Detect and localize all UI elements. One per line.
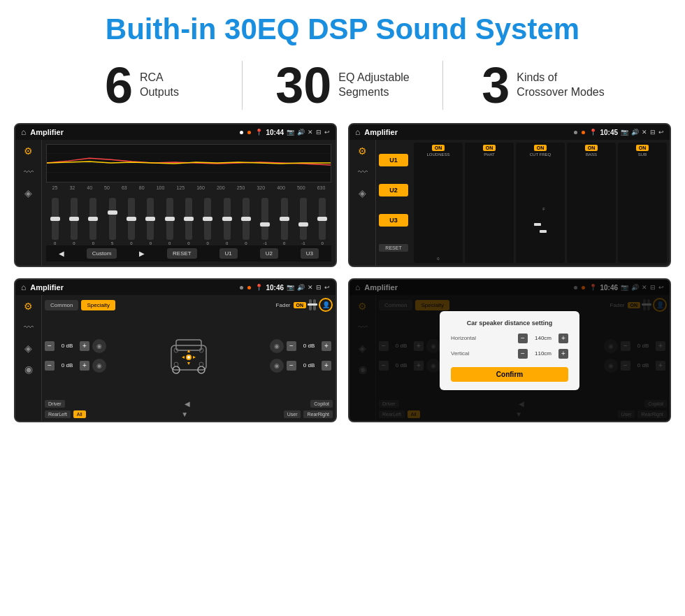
db4-plus[interactable]: + (322, 361, 331, 371)
eq-slider-15[interactable]: 0 (319, 198, 326, 245)
sidebar-wave-icon[interactable]: 〰 (24, 166, 34, 178)
eq-slider-2[interactable]: 0 (71, 198, 78, 245)
horizontal-minus-button[interactable]: − (518, 334, 528, 343)
db4-minus[interactable]: − (287, 361, 296, 371)
minimize-icon-2[interactable]: ⊟ (650, 129, 656, 136)
amp-channels: ON LOUDNESS 0 ON PHAT (411, 140, 670, 266)
eq-slider-14[interactable]: -1 (300, 198, 307, 245)
rearleft-button[interactable]: RearLeft (45, 410, 71, 418)
minimize-icon-1[interactable]: ⊟ (316, 129, 322, 136)
eq-slider-10[interactable]: 0 (224, 198, 231, 245)
home-icon-2[interactable]: ⌂ (355, 127, 360, 137)
status-dot-6 (247, 286, 251, 289)
vertical-plus-button[interactable]: + (558, 349, 568, 359)
db2-minus[interactable]: − (45, 361, 55, 371)
back-icon-2[interactable]: ↩ (658, 129, 664, 136)
stat-crossover-number: 3 (482, 60, 510, 110)
stat-eq-label: EQ AdjustableSegments (338, 71, 409, 100)
dialog-overlay: Car speaker distance setting Horizontal … (349, 280, 670, 421)
eq-bottom-bar: ◀ Custom ▶ RESET U1 U2 U3 (46, 245, 331, 262)
svg-point-16 (174, 362, 178, 366)
user-button[interactable]: User (284, 410, 301, 418)
eq-slider-7[interactable]: 0 (166, 198, 173, 245)
amp-reset-button[interactable]: RESET (379, 244, 408, 252)
sidebar-wave-icon-3[interactable]: 〰 (24, 322, 34, 333)
eq-prev-button[interactable]: ◀ (59, 250, 64, 257)
db2-plus[interactable]: + (80, 361, 89, 371)
sidebar-extra-icon-3[interactable]: ◉ (24, 364, 33, 375)
page-header: Buith-in 30EQ DSP Sound System (0, 0, 685, 53)
speaker-rl: ◉ (92, 359, 106, 373)
cutfreq-on[interactable]: ON (534, 145, 547, 151)
bass-on[interactable]: ON (585, 145, 598, 151)
status-time-1: 10:44 (266, 129, 284, 136)
fader-tab-common[interactable]: Common (45, 300, 78, 310)
close-icon-3[interactable]: ✕ (308, 284, 313, 291)
home-icon-3[interactable]: ⌂ (21, 282, 26, 292)
freq-500: 500 (297, 185, 305, 190)
vertical-minus-button[interactable]: − (518, 349, 528, 359)
fader-controls: − 0 dB + ◉ − 0 dB + ◉ (45, 315, 333, 396)
loudness-on[interactable]: ON (432, 145, 445, 151)
eq-slider-11[interactable]: 0 (243, 198, 250, 245)
sidebar-speaker-icon[interactable]: ◈ (24, 187, 32, 199)
eq-slider-3[interactable]: 0 (89, 198, 96, 245)
phat-on[interactable]: ON (483, 145, 496, 151)
eq-u3-button[interactable]: U3 (301, 248, 319, 259)
freq-160: 160 (196, 185, 205, 190)
eq-u1-button[interactable]: U1 (219, 248, 238, 259)
fader-profile-icon[interactable]: 👤 (319, 298, 333, 312)
horizontal-value: 140cm (531, 335, 556, 341)
back-icon-3[interactable]: ↩ (324, 284, 330, 291)
driver-button[interactable]: Driver (45, 400, 65, 408)
speaker-fr: ◉ (270, 339, 284, 353)
fader-tab-specialty[interactable]: Specialty (81, 300, 115, 310)
fader-main-area: Common Specialty Fader ON 👤 − (42, 295, 336, 421)
sub-label: SUB (638, 152, 647, 157)
stat-eq: 30 EQ AdjustableSegments (243, 60, 442, 110)
home-icon[interactable]: ⌂ (21, 127, 26, 137)
close-icon-2[interactable]: ✕ (642, 129, 647, 136)
u3-button[interactable]: U3 (379, 214, 408, 227)
eq-custom-button[interactable]: Custom (87, 248, 117, 259)
sidebar-speaker-icon-2[interactable]: ◈ (359, 187, 366, 199)
db1-minus[interactable]: − (45, 341, 55, 351)
eq-slider-8[interactable]: 0 (185, 198, 192, 245)
u2-button[interactable]: U2 (379, 184, 408, 196)
back-icon-1[interactable]: ↩ (324, 129, 330, 136)
sidebar-wave-icon-2[interactable]: 〰 (358, 166, 368, 178)
u1-button[interactable]: U1 (379, 154, 408, 166)
stats-row: 6 RCAOutputs 30 EQ AdjustableSegments 3 … (0, 53, 685, 123)
stat-rca-number: 6 (105, 60, 133, 110)
eq-slider-12[interactable]: -1 (261, 198, 268, 245)
eq-slider-9[interactable]: 0 (204, 198, 211, 245)
eq-slider-5[interactable]: 0 (128, 198, 135, 245)
screen-fader: ⌂ Amplifier 📍 10:46 📷 🔊 ✕ ⊟ ↩ ⚙ 〰 ◈ ◉ (14, 278, 337, 422)
copilot-button[interactable]: Copilot (310, 400, 333, 408)
db3-plus[interactable]: + (322, 341, 331, 351)
eq-slider-1[interactable]: 0 (52, 198, 59, 245)
db1-plus[interactable]: + (80, 341, 89, 351)
sidebar-eq-icon[interactable]: ⚙ (24, 145, 33, 157)
status-icons-3: 📍 10:46 📷 🔊 ✕ ⊟ ↩ (255, 284, 330, 292)
freq-labels: 25 32 40 50 63 80 100 125 160 200 250 32… (46, 185, 331, 190)
minimize-icon-3[interactable]: ⊟ (316, 284, 322, 291)
eq-slider-6[interactable]: 0 (147, 198, 154, 245)
eq-slider-13[interactable]: 0 (281, 198, 288, 245)
horizontal-plus-button[interactable]: + (558, 334, 568, 343)
confirm-button[interactable]: Confirm (451, 367, 568, 382)
close-icon-1[interactable]: ✕ (308, 129, 313, 136)
sidebar-speaker-icon-3[interactable]: ◈ (24, 343, 32, 354)
sub-on[interactable]: ON (636, 145, 649, 151)
db3-minus[interactable]: − (287, 341, 296, 351)
eq-u2-button[interactable]: U2 (260, 248, 278, 259)
eq-slider-4[interactable]: 5 (109, 198, 116, 245)
all-button[interactable]: All (73, 410, 86, 418)
rearright-button[interactable]: RearRight (303, 410, 333, 418)
eq-reset-button[interactable]: RESET (167, 248, 197, 259)
stat-rca: 6 RCAOutputs (42, 60, 242, 110)
sidebar-eq-icon-2[interactable]: ⚙ (358, 145, 367, 157)
eq-next-button[interactable]: ▶ (139, 250, 145, 257)
sidebar-eq-icon-3[interactable]: ⚙ (24, 301, 33, 312)
status-dot-2 (247, 131, 251, 134)
